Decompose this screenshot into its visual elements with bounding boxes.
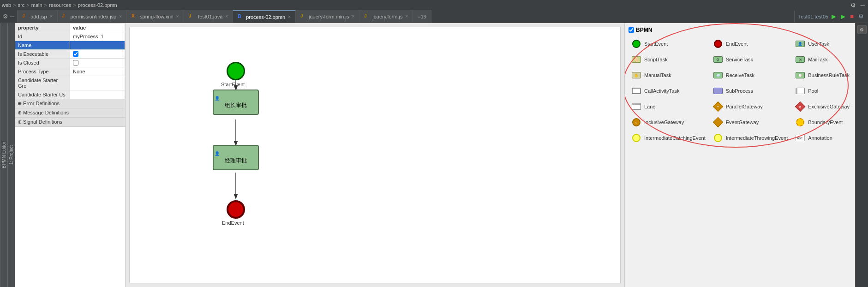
bpmn-canvas[interactable]: StartEvent 👤 组长审批 👤 经理审批 EndEvent [130,27,620,283]
manual-task-palette-icon: ✋ [631,70,641,80]
breadcrumb-main[interactable]: main [31,2,42,8]
tab-permission[interactable]: J permission\index.jsp × [58,10,127,23]
call-activity-palette-icon [631,86,641,96]
palette-item-service-task[interactable]: ⚙ ServiceTask [710,53,791,66]
tab-add-jsp[interactable]: J add.jsp × [18,10,57,23]
close-tab-icon[interactable]: × [352,14,354,19]
palette-item-business-rule-task[interactable]: 📋 BusinessRuleTask [792,68,852,82]
right-toolbar: ⚙ [855,23,868,287]
prop-row-name[interactable]: Name [15,41,125,50]
tab-test01[interactable]: J Test01.java × [184,10,233,23]
end-event-node[interactable] [227,200,245,219]
palette-item-user-task[interactable]: 👤 UserTask [792,37,852,51]
tab-jquery-form-min[interactable]: J jquery-form.min.js × [296,10,359,23]
canvas-area[interactable]: StartEvent 👤 组长审批 👤 经理审批 EndEvent [126,23,624,287]
close-tab-icon[interactable]: × [405,14,408,19]
project-tab[interactable]: 1: Project [7,23,15,287]
user-info: Test01.test05 [798,14,828,19]
breadcrumb-file[interactable]: process-02.bpmn [78,2,117,8]
palette-item-start-event[interactable]: StartEvent [629,37,708,51]
palette-item-annotation[interactable]: Text Annotation [792,131,852,145]
bpmn-icon: B [238,14,244,20]
tab-label: add.jsp [30,14,47,19]
annotation-palette-icon: Text [795,133,805,143]
task2-label: 经理审批 [225,157,247,165]
palette-item-label: ParallelGateway [726,104,763,109]
canvas-inner[interactable]: StartEvent 👤 组长审批 👤 经理审批 EndEvent [129,27,621,283]
breadcrumb-resources[interactable]: resources [49,2,71,8]
close-tab-icon[interactable]: × [50,14,53,19]
business-rule-palette-icon: 📋 [795,70,805,80]
palette-header: BPMN [629,27,851,33]
palette-item-lane[interactable]: Lane [629,100,708,114]
task1-node[interactable]: 👤 组长审批 [213,90,259,115]
settings-icon[interactable]: ⚙ [849,1,857,10]
pool-palette-icon [795,86,805,96]
palette-item-boundary-event[interactable]: BoundaryEvent [792,115,852,129]
tab-more[interactable]: ≡19 [413,10,431,23]
palette-bpmn-checkbox[interactable] [629,27,634,33]
start-event-palette-icon [631,39,641,49]
parallel-gateway-palette-icon: + [713,102,723,112]
play-icon[interactable]: ▶ [830,12,838,21]
task2-node[interactable]: 👤 经理审批 [213,145,259,170]
palette-item-parallel-gateway[interactable]: + ParallelGateway [710,100,791,114]
tab-label: permission\index.jsp [71,14,117,19]
close-tab-icon[interactable]: × [288,14,291,19]
close-tab-icon[interactable]: × [176,14,179,19]
palette-item-label: EndEvent [726,41,748,47]
mail-task-palette-icon: ✉ [795,54,805,65]
task2-icon: 👤 [214,150,221,157]
tab-spring-flow[interactable]: X spring-flow.xml × [127,10,184,23]
palette-item-exclusive-gateway[interactable]: × ExclusiveGateway [792,100,852,114]
close-tab-icon[interactable]: × [225,14,228,19]
palette-item-event-gateway[interactable]: EventGateway [710,115,791,129]
exclusive-gateway-palette-icon: × [795,102,805,112]
palette-item-label: ExclusiveGateway [808,104,850,109]
prop-value-starter-group[interactable] [70,76,125,90]
palette-item-intermediate-catching[interactable]: IntermediateCatchingEvent [629,131,708,145]
palette-item-inclusive-gateway[interactable]: ○ InclusiveGateway [629,115,708,129]
palette-item-script-task[interactable]: 📜 ScriptTask [629,53,708,66]
top-right-toolbar: Test01.test05 ▶ ▶ ■ ⚙ [794,10,868,23]
breadcrumb-src[interactable]: src [18,2,25,8]
tab-process02[interactable]: B process-02.bpmn × [233,10,296,23]
start-event-node[interactable] [227,62,245,80]
palette-item-intermediate-throwing[interactable]: IntermediateThrowingEvent [710,131,791,145]
signal-definitions-section[interactable]: ⊕ Signal Definitions [15,118,125,127]
palette-item-pool[interactable]: Pool [792,84,852,98]
error-definitions-section[interactable]: ⊕ Error Definitions [15,99,125,108]
close-all-icon[interactable]: ─ [10,13,14,20]
minus-icon[interactable]: ─ [859,1,866,10]
executable-checkbox[interactable] [73,51,78,57]
palette-item-label: Pool [808,88,818,94]
palette-item-end-event[interactable]: EndEvent [710,37,791,51]
tab-label: process-02.bpmn [246,14,285,20]
tab-jquery-form[interactable]: J jquery.form.js × [359,10,413,23]
palette-item-label: ReceiveTask [726,72,754,78]
palette-item-receive-task[interactable]: 📨 ReceiveTask [710,68,791,82]
stop-icon[interactable]: ■ [849,12,855,21]
closed-checkbox[interactable] [73,60,78,66]
settings-tab-icon[interactable]: ⚙ [3,13,8,20]
prop-value-name[interactable] [70,41,125,50]
toolbar-btn-1[interactable]: ⚙ [857,25,867,34]
palette-item-label: IntermediateCatchingEvent [644,135,706,141]
xml-icon: X [132,13,138,20]
palette-item-call-activity[interactable]: CallActivityTask [629,84,708,98]
palette-item-label: InclusiveGateway [644,120,684,125]
palette-item-subprocess[interactable]: SubProcess [710,84,791,98]
prop-value-starter-user[interactable] [70,90,125,99]
palette-item-mail-task[interactable]: ✉ MailTask [792,53,852,66]
boundary-event-palette-icon [795,117,805,127]
prop-value-closed[interactable] [70,59,125,67]
message-definitions-section[interactable]: ⊕ Message Definitions [15,108,125,118]
palette-item-manual-task[interactable]: ✋ ManualTask [629,68,708,82]
jsp-icon: J [22,13,29,20]
prop-value-executable[interactable] [70,50,125,59]
palette-item-label: ServiceTask [726,57,753,62]
debug-icon[interactable]: ▶ [839,12,847,21]
settings-icon2[interactable]: ⚙ [857,12,865,21]
breadcrumb-web[interactable]: web [2,2,11,8]
close-tab-icon[interactable]: × [119,14,122,19]
